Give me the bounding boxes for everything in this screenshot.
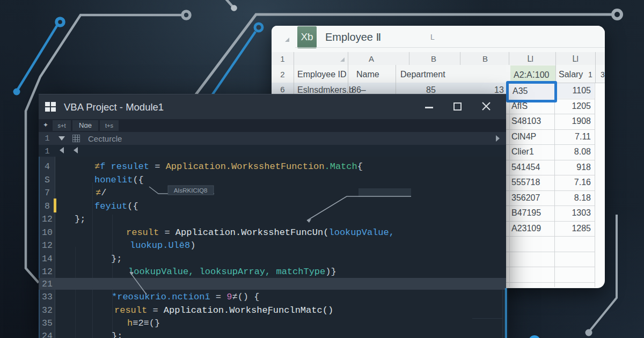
svg-text:AIsRKICIQ8: AIsRKICIQ8 bbox=[174, 187, 208, 194]
